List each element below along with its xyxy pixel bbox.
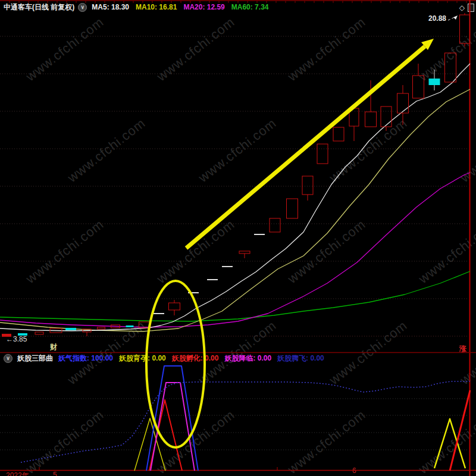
x-axis-label-may: 5 bbox=[53, 471, 57, 476]
ma5-value: MA5: 18.30 bbox=[92, 3, 129, 11]
signal-marker-zhang: 涨 bbox=[459, 344, 466, 354]
price-high-label: 20.88 bbox=[428, 14, 446, 23]
ma60-value: MA60: 7.34 bbox=[231, 3, 269, 11]
chevron-down-icon[interactable]: ∨ bbox=[78, 3, 87, 12]
ma20-value: MA20: 12.59 bbox=[183, 3, 224, 11]
indicator-value-2: 妖股育孕: 0.00 bbox=[119, 353, 166, 364]
diamond-icon[interactable]: ◇ bbox=[459, 4, 465, 11]
indicator-chevron-icon[interactable]: ∨ bbox=[4, 354, 12, 363]
restore-window-icon[interactable] bbox=[468, 4, 474, 12]
ma10-value: MA10: 16.81 bbox=[136, 3, 177, 11]
trading-app-window: www.cfchi.comwww.cfchi.comwww.cfchi.comw… bbox=[0, 0, 476, 476]
x-axis-label-year: 2022年 bbox=[6, 471, 29, 476]
price-low-label: ←3.85 bbox=[6, 335, 27, 343]
indicator-name[interactable]: 妖股三部曲 bbox=[17, 353, 53, 364]
indicator-header: ∨ 妖股三部曲 妖气指数: 100.00 妖股育孕: 0.00 妖股孵化: 0.… bbox=[4, 353, 330, 363]
signal-marker-cai: 财 bbox=[50, 342, 57, 352]
text-layer: 中通客车(日线 前复权) ∨ MA5: 18.30 MA10: 16.81 MA… bbox=[0, 0, 476, 476]
x-axis-label-june: 6 bbox=[352, 466, 356, 475]
indicator-value-3: 妖股孵化: 0.00 bbox=[172, 353, 219, 364]
stock-title: 中通客车(日线 前复权) bbox=[4, 2, 74, 12]
indicator-value-1: 妖气指数: 100.00 bbox=[58, 353, 113, 364]
indicator-value-5: 妖股腾飞: 0.00 bbox=[277, 353, 324, 364]
window-controls: ◇ bbox=[459, 4, 474, 12]
title-bar: 中通客车(日线 前复权) ∨ MA5: 18.30 MA10: 16.81 MA… bbox=[4, 2, 275, 12]
indicator-value-4: 妖股降临: 0.00 bbox=[224, 353, 271, 364]
